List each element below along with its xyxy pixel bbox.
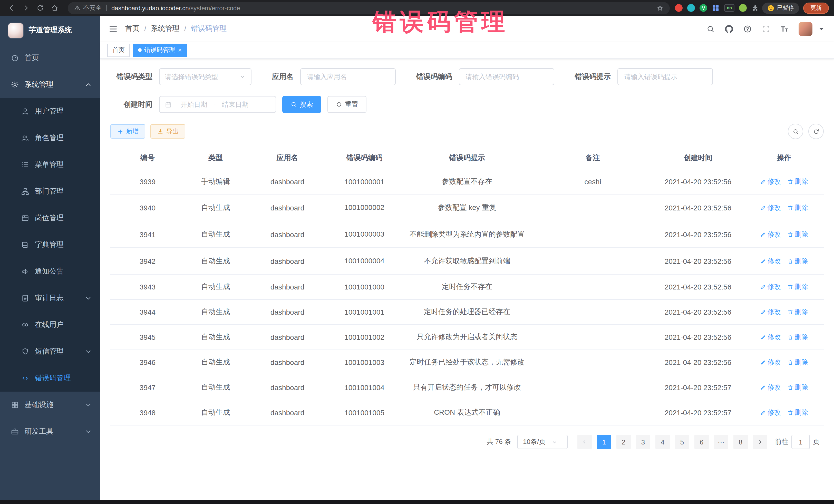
edit-button[interactable]: 修改	[760, 307, 781, 317]
edit-button[interactable]: 修改	[760, 203, 781, 212]
extension-grid-icon[interactable]	[712, 4, 720, 12]
end-date-input[interactable]	[217, 101, 254, 108]
delete-button[interactable]: 删除	[787, 358, 808, 367]
sidebar-item-error-code[interactable]: 错误码管理	[0, 365, 100, 392]
edit-button[interactable]: 修改	[760, 230, 781, 239]
delete-button[interactable]: 删除	[787, 177, 808, 186]
page-button-2[interactable]: 2	[616, 435, 631, 449]
delete-button[interactable]: 删除	[787, 408, 808, 417]
tab-close-icon[interactable]: ×	[178, 46, 182, 53]
cell-time: 2021-04-20 23:52:56	[652, 300, 744, 325]
sidebar-item-user-management[interactable]: 用户管理	[0, 98, 100, 125]
page-content: 错误码类型 请选择错误码类型 应用名 错误码编码	[100, 59, 834, 504]
browser-home-button[interactable]	[48, 2, 61, 14]
font-size-icon[interactable]	[780, 24, 789, 33]
breadcrumb-item[interactable]: 错误码管理	[191, 24, 227, 34]
error-code-input[interactable]	[459, 68, 554, 85]
breadcrumb-item[interactable]: 系统管理	[151, 24, 180, 34]
edit-button[interactable]: 修改	[760, 256, 781, 266]
extensions-puzzle-icon[interactable]	[751, 4, 759, 12]
delete-button[interactable]: 删除	[787, 383, 808, 392]
goto-page-input[interactable]	[791, 435, 810, 449]
help-icon[interactable]	[743, 24, 752, 33]
sidebar-item-sms-management[interactable]: 短信管理	[0, 338, 100, 365]
search-button[interactable]: 搜索	[282, 96, 321, 113]
sidebar-item-label: 岗位管理	[35, 214, 64, 223]
cell-app: dashboard	[246, 375, 328, 400]
tab-active[interactable]: 错误码管理×	[133, 43, 187, 57]
edit-button[interactable]: 修改	[760, 358, 781, 367]
create-time-range[interactable]: -	[159, 96, 276, 113]
extension-teal-icon[interactable]	[687, 4, 695, 12]
avatar-caret-icon[interactable]	[817, 24, 826, 33]
start-date-input[interactable]	[176, 101, 213, 108]
user-avatar[interactable]	[798, 22, 812, 36]
app-logo[interactable]: 芋道管理系统	[0, 16, 100, 45]
refresh-table-button[interactable]	[808, 124, 824, 139]
breadcrumb-separator: /	[184, 25, 186, 33]
sidebar-item-role-management[interactable]: 角色管理	[0, 125, 100, 151]
sidebar-item-audit-log[interactable]: 审计日志	[0, 285, 100, 311]
error-hint-input[interactable]	[617, 68, 713, 85]
export-button[interactable]: 导出	[150, 124, 185, 138]
sidebar-toggle-icon[interactable]	[108, 24, 118, 34]
edit-button[interactable]: 修改	[760, 333, 781, 342]
edit-icon	[760, 258, 766, 264]
sidebar-item-infrastructure[interactable]: 基础设施	[0, 392, 100, 418]
edit-button[interactable]: 修改	[760, 383, 781, 392]
browser-back-button[interactable]	[5, 2, 18, 14]
delete-button[interactable]: 删除	[787, 203, 808, 212]
sidebar-item-menu-management[interactable]: 菜单管理	[0, 151, 100, 178]
sidebar-item-label: 在线用户	[35, 320, 64, 329]
browser-reload-button[interactable]	[34, 2, 46, 14]
extension-leaf-icon[interactable]	[739, 4, 747, 12]
breadcrumb-item[interactable]: 首页	[125, 24, 139, 34]
cell-app: dashboard	[246, 221, 328, 248]
delete-button[interactable]: 删除	[787, 282, 808, 291]
calendar-icon	[165, 101, 172, 108]
add-button[interactable]: 新增	[110, 124, 145, 138]
address-bar[interactable]: 不安全 dashboard.yudao.iocoder.cn /system/e…	[68, 2, 670, 14]
page-button-6[interactable]: 6	[695, 435, 709, 449]
sidebar-item-post-management[interactable]: 岗位管理	[0, 205, 100, 232]
edit-button[interactable]: 修改	[760, 177, 781, 186]
error-type-select[interactable]: 请选择错误码类型	[159, 68, 251, 85]
sidebar-item-system[interactable]: 系统管理	[0, 71, 100, 98]
github-icon[interactable]	[725, 24, 733, 33]
sidebar-item-dept-management[interactable]: 部门管理	[0, 178, 100, 205]
sidebar-item-home[interactable]: 首页	[0, 45, 100, 71]
edit-button[interactable]: 修改	[760, 282, 781, 291]
reset-button[interactable]: 重置	[327, 96, 367, 113]
delete-button[interactable]: 删除	[787, 333, 808, 342]
browser-update-button[interactable]: 更新	[803, 2, 829, 14]
page-button-5[interactable]: 5	[675, 435, 689, 449]
page-button-3[interactable]: 3	[636, 435, 650, 449]
header-search-icon[interactable]	[706, 24, 715, 33]
delete-button[interactable]: 删除	[787, 307, 808, 317]
sidebar-item-dev-tools[interactable]: 研发工具	[0, 418, 100, 445]
prev-page-button[interactable]	[577, 435, 592, 449]
extension-on-chip[interactable]: on	[724, 4, 734, 12]
sidebar-item-dict-management[interactable]: 字典管理	[0, 232, 100, 258]
sidebar-item-online-user[interactable]: 在线用户	[0, 311, 100, 338]
navbar: 首页/系统管理/错误码管理	[100, 16, 834, 42]
page-size-select[interactable]: 10条/页	[517, 435, 568, 449]
extension-red-icon[interactable]	[675, 4, 683, 12]
bookmark-star-icon[interactable]	[656, 4, 664, 12]
next-page-button[interactable]	[753, 435, 767, 449]
app-name-input[interactable]	[300, 68, 396, 85]
tab-home[interactable]: 首页	[107, 43, 130, 57]
extension-v-icon[interactable]: V	[700, 4, 707, 12]
page-button-8[interactable]: 8	[733, 435, 748, 449]
browser-forward-button[interactable]	[20, 2, 32, 14]
sidebar-item-notice[interactable]: 通知公告	[0, 258, 100, 285]
delete-button[interactable]: 删除	[787, 230, 808, 239]
more-pages-button[interactable]: ···	[714, 435, 728, 449]
page-button-1[interactable]: 1	[597, 435, 611, 449]
fullscreen-icon[interactable]	[762, 24, 770, 33]
profile-paused-badge[interactable]: 已暂停	[762, 2, 799, 14]
edit-button[interactable]: 修改	[760, 408, 781, 417]
toggle-search-button[interactable]	[788, 124, 803, 139]
page-button-4[interactable]: 4	[655, 435, 670, 449]
delete-button[interactable]: 删除	[787, 256, 808, 266]
